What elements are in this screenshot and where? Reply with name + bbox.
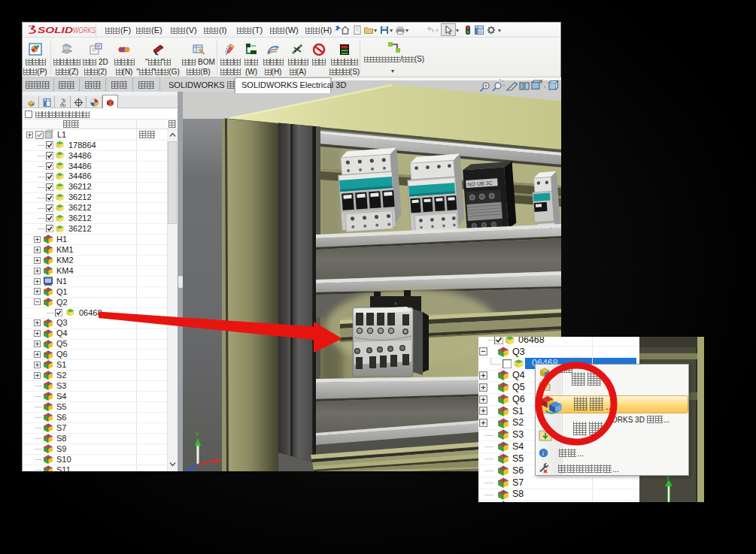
svg-text:WORKS: WORKS (73, 26, 96, 35)
svg-text:Y: Y (195, 431, 199, 438)
svg-text:SOLID: SOLID (38, 26, 73, 35)
